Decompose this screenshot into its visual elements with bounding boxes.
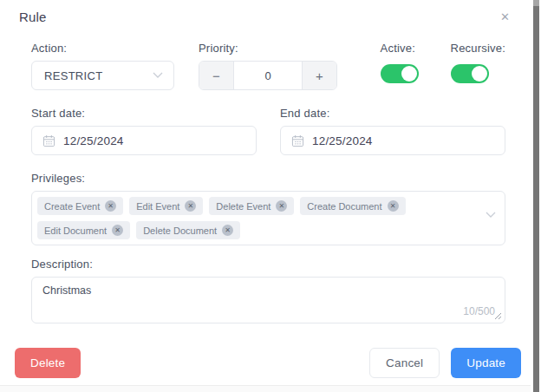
privilege-tag: Create Document ✕ <box>300 197 405 215</box>
dialog-title: Rule <box>19 10 47 24</box>
privilege-tag: Edit Document ✕ <box>37 221 130 239</box>
privileges-label: Privileges: <box>31 172 505 185</box>
start-date-input[interactable]: 12/25/2024 <box>31 126 257 155</box>
privilege-tag-label: Edit Event <box>136 201 179 212</box>
start-date-value: 12/25/2024 <box>63 134 124 147</box>
delete-button[interactable]: Delete <box>15 348 81 378</box>
calendar-icon <box>291 134 304 147</box>
increment-button[interactable]: + <box>302 62 336 89</box>
toggle-knob <box>472 66 487 82</box>
update-button[interactable]: Update <box>451 348 521 378</box>
chevron-down-icon <box>153 72 163 79</box>
cancel-button[interactable]: Cancel <box>369 348 440 378</box>
privilege-tag: Create Event ✕ <box>37 197 123 215</box>
remove-tag-icon[interactable]: ✕ <box>105 200 116 212</box>
remove-tag-icon[interactable]: ✕ <box>112 225 123 236</box>
privilege-tag: Delete Document ✕ <box>136 221 240 239</box>
privilege-tag: Edit Event ✕ <box>129 197 203 215</box>
start-date-label: Start date: <box>31 107 257 120</box>
end-date-input[interactable]: 12/25/2024 <box>280 126 505 155</box>
remove-tag-icon[interactable]: ✕ <box>185 200 196 212</box>
char-counter: 10/500 <box>463 305 495 317</box>
privilege-tag-label: Create Document <box>307 201 381 212</box>
privilege-tag-label: Delete Event <box>216 201 270 212</box>
recursive-label: Recursive: <box>451 42 505 55</box>
calendar-icon <box>42 134 55 147</box>
end-date-value: 12/25/2024 <box>312 134 373 147</box>
description-label: Description: <box>31 258 505 271</box>
toggle-knob <box>401 66 417 82</box>
rule-form: Action: RESTRICT Priority: − 0 + Active: <box>0 24 541 323</box>
priority-label: Priority: <box>199 42 337 55</box>
action-label: Action: <box>31 42 174 55</box>
description-textarea[interactable]: Christmas 10/500 <box>31 277 505 323</box>
privilege-tag-label: Create Event <box>44 201 100 212</box>
decrement-button[interactable]: − <box>199 62 234 89</box>
page-background-strip <box>0 385 531 392</box>
priority-stepper: − 0 + <box>199 61 337 90</box>
recursive-toggle[interactable] <box>451 64 489 83</box>
chevron-down-icon <box>486 212 496 219</box>
remove-tag-icon[interactable]: ✕ <box>222 225 233 236</box>
privilege-tag-label: Edit Document <box>44 225 107 236</box>
remove-tag-icon[interactable]: ✕ <box>388 200 399 212</box>
remove-tag-icon[interactable]: ✕ <box>276 200 287 212</box>
privilege-tag-label: Delete Document <box>143 225 217 236</box>
action-select[interactable]: RESTRICT <box>31 61 174 90</box>
privilege-tag: Delete Event ✕ <box>209 197 294 215</box>
dialog-footer: Delete Cancel Update <box>15 348 521 378</box>
end-date-label: End date: <box>280 107 505 120</box>
resize-handle[interactable] <box>494 312 502 320</box>
dialog-header: Rule ✕ <box>0 0 541 24</box>
active-label: Active: <box>381 42 419 55</box>
priority-input[interactable]: 0 <box>234 62 302 89</box>
scrollbar-thumb[interactable] <box>533 6 539 392</box>
close-icon[interactable]: ✕ <box>497 10 513 24</box>
vertical-scrollbar[interactable] <box>533 0 539 392</box>
action-select-value: RESTRICT <box>44 69 102 82</box>
description-value: Christmas <box>32 278 505 304</box>
privileges-multiselect[interactable]: Create Event ✕ Edit Event ✕ Delete Event… <box>31 191 505 245</box>
active-toggle[interactable] <box>381 64 419 83</box>
